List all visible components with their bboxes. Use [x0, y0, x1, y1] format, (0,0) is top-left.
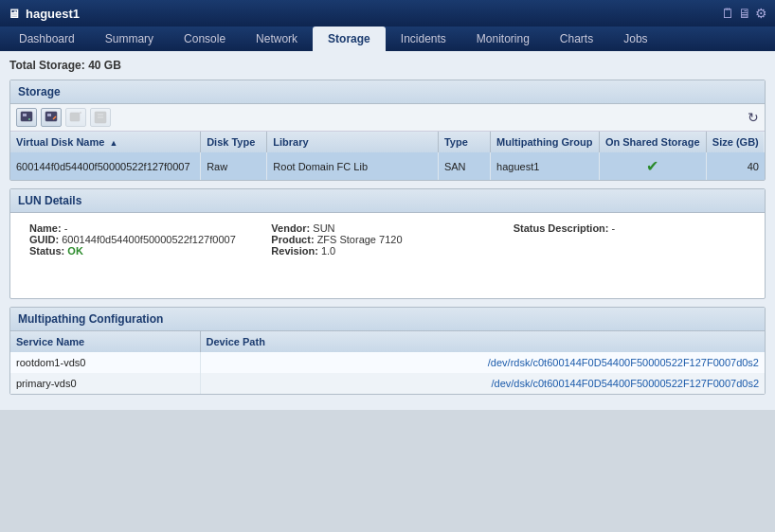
col-header-size: Size (GB) — [706, 132, 765, 152]
tab-incidents[interactable]: Incidents — [386, 27, 461, 51]
svg-rect-4 — [47, 114, 51, 116]
col-header-library: Library — [267, 132, 439, 152]
col-header-disktype: Disk Type — [201, 132, 267, 152]
title-bar-hostname-area: 🖥 haguest1 — [8, 7, 80, 21]
cell-path-1: /dev/rdsk/c0t600144F0D54400F50000522F127… — [200, 352, 765, 373]
add-disk-button[interactable] — [16, 108, 37, 127]
title-icon-1[interactable]: 🗒 — [721, 6, 734, 21]
title-bar: 🖥 haguest1 🗒 🖥 ⚙ — [0, 0, 775, 27]
svg-rect-2 — [28, 118, 30, 120]
main-content: Total Storage: 40 GB Storage — [0, 51, 775, 410]
navigation-bar: Dashboard Summary Console Network Storag… — [0, 27, 775, 51]
cell-disktype: Raw — [201, 152, 267, 180]
tab-console[interactable]: Console — [169, 27, 241, 51]
tab-summary[interactable]: Summary — [90, 27, 169, 51]
col-header-multipath: Multipathing Group — [491, 132, 600, 152]
edit-disk-button[interactable] — [41, 108, 62, 127]
multipath-table-header: Service Name Device Path — [10, 331, 765, 352]
multipath-row-1[interactable]: rootdom1-vds0 /dev/rdsk/c0t600144F0D5440… — [10, 352, 765, 373]
title-icon-2[interactable]: 🖥 — [738, 6, 751, 21]
lun-product-row: Product: ZFS Storage 7120 — [271, 234, 503, 245]
col-header-devicepath: Device Path — [200, 331, 765, 352]
storage-table-header: Virtual Disk Name ▲ Disk Type Library Ty… — [10, 132, 765, 152]
multipath-row-2[interactable]: primary-vds0 /dev/dsk/c0t600144F0D54400F… — [10, 373, 765, 394]
multipath-panel: Multipathing Configuration Service Name … — [9, 307, 766, 395]
storage-table-row[interactable]: 600144f0d54400f50000522f127f0007 Raw Roo… — [10, 152, 765, 180]
tab-monitoring[interactable]: Monitoring — [461, 27, 545, 51]
properties-button[interactable] — [90, 108, 111, 127]
tab-dashboard[interactable]: Dashboard — [4, 27, 90, 51]
lun-statusdesc-row: Status Description: - — [514, 222, 746, 234]
cell-path-2: /dev/dsk/c0t600144F0D54400F50000522F127F… — [200, 373, 765, 394]
lun-details-body: Name: - GUID: 600144f0d54400f50000522f12… — [10, 213, 765, 298]
sort-asc-icon: ▲ — [109, 138, 117, 148]
cell-shared: ✔ — [599, 152, 706, 180]
lun-details-header: LUN Details — [10, 189, 765, 213]
cell-service-1: rootdom1-vds0 — [10, 352, 200, 373]
multipath-table: Service Name Device Path rootdom1-vds0 /… — [10, 331, 765, 394]
tab-jobs[interactable]: Jobs — [608, 27, 662, 51]
lun-guid-row: GUID: 600144f0d54400f50000522f127f0007 — [29, 234, 261, 245]
toolbar-buttons — [16, 108, 111, 127]
lun-revision-row: Revision: 1.0 — [271, 245, 503, 257]
storage-panel-body: ↻ Virtual Disk Name ▲ Disk Type Library … — [10, 104, 765, 180]
tab-charts[interactable]: Charts — [545, 27, 608, 51]
cell-multipath: haguest1 — [491, 152, 600, 180]
total-storage-value: 40 GB — [88, 59, 121, 72]
svg-rect-1 — [23, 114, 27, 116]
multipath-header: Multipathing Configuration — [10, 308, 765, 331]
tab-storage[interactable]: Storage — [313, 27, 386, 51]
multipath-body: Service Name Device Path rootdom1-vds0 /… — [10, 331, 765, 394]
storage-toolbar: ↻ — [10, 104, 765, 132]
col-header-type: Type — [438, 132, 490, 152]
lun-col3: Status Description: - — [514, 222, 746, 289]
hostname: haguest1 — [26, 7, 80, 21]
total-storage-label: Total Storage: — [9, 59, 85, 72]
col-header-service: Service Name — [10, 331, 200, 352]
cell-library: Root Domain FC Lib — [267, 152, 439, 180]
cell-vdisk: 600144f0d54400f50000522f127f0007 — [10, 152, 201, 180]
storage-panel: Storage ↻ — [9, 80, 766, 181]
storage-table: Virtual Disk Name ▲ Disk Type Library Ty… — [10, 132, 765, 180]
lun-vendor-row: Vendor: SUN — [271, 222, 503, 234]
remove-disk-button[interactable] — [65, 108, 86, 127]
refresh-button[interactable]: ↻ — [748, 110, 759, 125]
col-header-vdisk: Virtual Disk Name ▲ — [10, 132, 201, 152]
cell-type: SAN — [438, 152, 490, 180]
lun-status-row: Status: OK — [29, 245, 261, 257]
shared-check-icon: ✔ — [646, 158, 658, 174]
host-icon: 🖥 — [8, 7, 20, 21]
lun-details-panel: LUN Details Name: - GUID: 600144f0d54400… — [9, 188, 766, 299]
lun-col2: Vendor: SUN Product: ZFS Storage 7120 Re… — [271, 222, 503, 289]
cell-size: 40 — [706, 152, 765, 180]
cell-service-2: primary-vds0 — [10, 373, 200, 394]
tab-network[interactable]: Network — [241, 27, 313, 51]
title-icon-3[interactable]: ⚙ — [755, 6, 767, 21]
storage-panel-header: Storage — [10, 80, 765, 104]
lun-name-row: Name: - — [29, 222, 261, 234]
title-bar-actions[interactable]: 🗒 🖥 ⚙ — [721, 6, 767, 21]
col-header-shared: On Shared Storage — [599, 132, 706, 152]
total-storage-line: Total Storage: 40 GB — [9, 59, 766, 72]
lun-col1: Name: - GUID: 600144f0d54400f50000522f12… — [29, 222, 261, 289]
svg-rect-6 — [70, 113, 80, 121]
